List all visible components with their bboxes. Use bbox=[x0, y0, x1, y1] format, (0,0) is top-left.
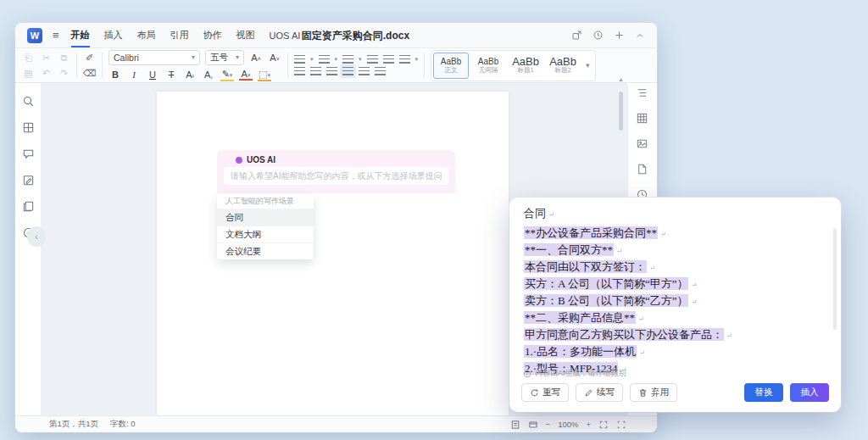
scene-item-outline[interactable]: 文档大纲 bbox=[217, 226, 314, 242]
ribbon-tabs: 开始 插入 布局 引用 协作 视图 UOS AI bbox=[71, 23, 301, 47]
tab-collaborate[interactable]: 协作 bbox=[203, 23, 222, 47]
zoom-out-icon[interactable]: − bbox=[546, 420, 551, 429]
new-document-icon[interactable] bbox=[614, 30, 625, 41]
table-panel-icon[interactable] bbox=[636, 112, 648, 125]
bullet-list-icon[interactable] bbox=[294, 55, 305, 64]
main-menu-icon[interactable]: ≡ bbox=[53, 29, 59, 42]
comments-icon[interactable] bbox=[22, 148, 35, 160]
shading-color-button[interactable]: ⬚▾ bbox=[258, 69, 271, 81]
replace-button[interactable]: 替换 bbox=[744, 383, 783, 402]
numbered-list-icon[interactable] bbox=[319, 55, 330, 64]
tab-references[interactable]: 引用 bbox=[170, 23, 189, 47]
align-right-icon[interactable] bbox=[326, 67, 337, 75]
italic-button[interactable]: I bbox=[127, 70, 141, 80]
redo-icon[interactable]: ↷ bbox=[58, 67, 70, 79]
scroll-up-icon[interactable]: ▲ bbox=[617, 75, 625, 83]
outline-panel-icon[interactable] bbox=[636, 86, 648, 99]
underline-button[interactable]: U bbox=[146, 70, 159, 80]
ai-result-content: **办公设备产品采购合同** **一、合同双方** 本合同由以下双方签订： 买方… bbox=[524, 226, 829, 378]
app-logo-icon: W bbox=[27, 28, 42, 43]
format-painter-icon[interactable]: ✐ bbox=[83, 52, 96, 64]
ai-content-line: 本合同由以下双方签订： bbox=[524, 259, 829, 276]
grow-font-icon[interactable]: A˄ bbox=[249, 53, 263, 63]
history-icon[interactable] bbox=[593, 30, 604, 41]
zoom-level[interactable]: 100% bbox=[558, 420, 578, 429]
find-replace-icon[interactable] bbox=[22, 95, 35, 108]
increase-indent-icon[interactable] bbox=[383, 55, 394, 64]
tab-insert[interactable]: 插入 bbox=[104, 23, 123, 47]
align-center-icon[interactable] bbox=[310, 67, 321, 75]
document-title: 固定资产采购合同.docx bbox=[302, 23, 409, 48]
ai-prompt-input[interactable] bbox=[224, 167, 448, 185]
uos-ai-logo-icon bbox=[236, 157, 242, 164]
scene-item-contract[interactable]: 合同 bbox=[217, 209, 314, 226]
zoom-in-icon[interactable]: + bbox=[586, 420, 591, 429]
strikethrough-button[interactable]: T bbox=[164, 70, 178, 80]
ai-actions: 重写 续写 弃用 替换 插入 bbox=[521, 383, 829, 402]
pencil-icon bbox=[584, 388, 593, 398]
ai-content-line: **一、合同双方** bbox=[524, 242, 829, 259]
align-justify-icon[interactable] bbox=[342, 67, 353, 75]
style-heading2[interactable]: AaBb 标题2 bbox=[545, 53, 581, 79]
line-spacing-icon[interactable] bbox=[375, 67, 386, 75]
image-panel-icon[interactable] bbox=[636, 137, 648, 150]
fullscreen-icon[interactable] bbox=[616, 420, 626, 430]
edit-note-icon[interactable] bbox=[22, 174, 35, 187]
painter-group: ✐ ⌫ bbox=[83, 52, 96, 79]
paragraph-group: ▾ ▾ ▾ ▾ bbox=[294, 55, 418, 75]
copy-icon[interactable]: ⧉ bbox=[58, 52, 70, 64]
superscript-button[interactable]: A² bbox=[183, 70, 197, 80]
distribute-text-icon[interactable] bbox=[359, 67, 370, 75]
tab-layout[interactable]: 布局 bbox=[137, 23, 156, 47]
ai-content-scrollbar[interactable] bbox=[833, 228, 837, 330]
fit-page-icon[interactable] bbox=[598, 420, 609, 430]
tab-view[interactable]: 视图 bbox=[236, 23, 255, 47]
left-sidebar bbox=[15, 83, 41, 415]
tab-uos-ai[interactable]: UOS AI bbox=[270, 23, 301, 47]
clear-format-icon[interactable]: ⌫ bbox=[83, 67, 96, 79]
decrease-indent-icon[interactable] bbox=[367, 55, 378, 64]
share-icon[interactable] bbox=[571, 30, 582, 41]
discard-button[interactable]: 弃用 bbox=[630, 383, 677, 402]
scene-item-minutes[interactable]: 会议纪要 bbox=[217, 242, 314, 259]
toolbar-divider bbox=[287, 53, 288, 78]
thumbnails-icon[interactable] bbox=[22, 121, 35, 134]
paste-icon[interactable]: ⎗ bbox=[22, 52, 35, 64]
format-doc-icon[interactable]: ▤ bbox=[22, 67, 35, 79]
tab-home[interactable]: 开始 bbox=[71, 23, 90, 47]
web-layout-icon[interactable] bbox=[528, 420, 538, 430]
ai-result-title: 合同 bbox=[524, 206, 554, 221]
uos-ai-prompt-card: UOS AI bbox=[217, 150, 455, 193]
toolbar-divider bbox=[76, 53, 77, 78]
translate-doc-icon[interactable] bbox=[22, 200, 35, 213]
highlight-color-button[interactable]: ✎▾ bbox=[220, 69, 234, 81]
insert-button[interactable]: 插入 bbox=[790, 383, 829, 402]
align-left-icon[interactable] bbox=[294, 67, 305, 75]
subscript-button[interactable]: A₂ bbox=[202, 70, 215, 80]
multilevel-list-icon[interactable] bbox=[342, 55, 353, 64]
style-no-spacing[interactable]: AaBb 无间隔 bbox=[470, 53, 506, 79]
font-name-select[interactable]: Calibri▾ bbox=[108, 50, 200, 65]
print-layout-icon[interactable] bbox=[510, 420, 520, 430]
cut-icon[interactable]: ✂ bbox=[40, 52, 53, 64]
style-gallery-more-icon[interactable]: ▾ bbox=[582, 61, 593, 70]
title-bar: W ≡ 开始 插入 布局 引用 协作 视图 UOS AI 固定资产采购合同.do… bbox=[15, 23, 657, 48]
refresh-icon bbox=[530, 388, 539, 398]
status-bar: 第1页，共1页 字数: 0 − 100% + bbox=[15, 415, 657, 432]
bold-button[interactable]: B bbox=[108, 70, 122, 80]
rewrite-button[interactable]: 重写 bbox=[521, 383, 569, 402]
shrink-font-icon[interactable]: A˅ bbox=[268, 53, 281, 63]
font-size-select[interactable]: 五号▾ bbox=[205, 50, 244, 65]
document-page[interactable] bbox=[157, 92, 509, 415]
style-normal[interactable]: AaBb 正文 bbox=[433, 53, 469, 79]
info-icon bbox=[523, 370, 531, 378]
font-color-button[interactable]: A▾ bbox=[239, 69, 253, 81]
collapse-ribbon-icon[interactable] bbox=[635, 31, 645, 41]
paragraph-settings-icon[interactable] bbox=[399, 55, 410, 64]
style-heading1[interactable]: AaBb 标题1 bbox=[508, 53, 543, 79]
undo-icon[interactable]: ↶ bbox=[40, 67, 53, 79]
scrollbar-thumb[interactable] bbox=[619, 92, 623, 131]
page-panel-icon[interactable] bbox=[636, 163, 648, 175]
collapse-sidebar-icon[interactable]: ‹ bbox=[27, 226, 46, 247]
continue-writing-button[interactable]: 续写 bbox=[576, 383, 623, 402]
